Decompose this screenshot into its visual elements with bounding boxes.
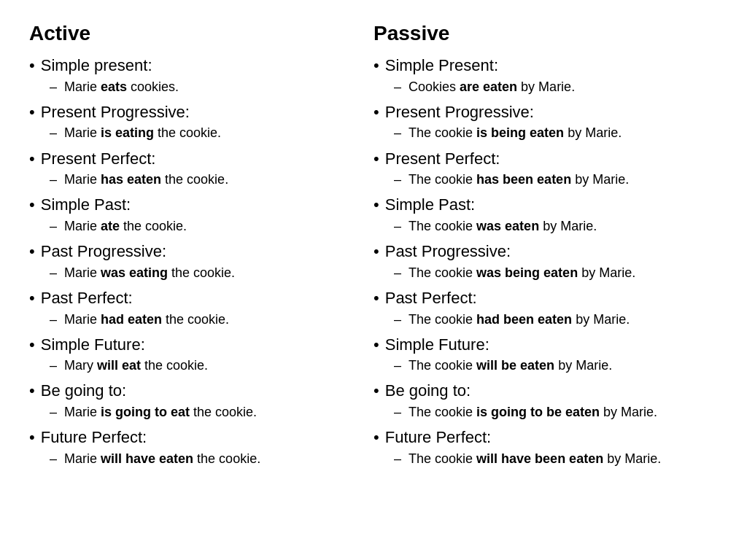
tense-header: •Simple Future: [29,335,359,356]
bullet-icon: • [374,102,379,123]
active-list: •Simple present:–Marie eats cookies.•Pre… [29,55,359,468]
tense-example: –Marie is eating the cookie. [29,124,359,142]
example-sentence: The cookie is going to be eaten by Marie… [409,403,657,421]
tense-example: –Marie eats cookies. [29,78,359,96]
active-tense-item: •Future Perfect:–Marie will have eaten t… [29,427,359,468]
passive-tense-item: •Present Perfect:–The cookie has been ea… [374,149,703,190]
tense-example: –Marie ate the cookie. [29,217,359,236]
tense-header: •Be going to: [374,381,703,402]
tense-name: Past Perfect: [41,288,133,309]
tense-name: Past Progressive: [385,241,511,262]
passive-tense-item: •Simple Future:–The cookie will be eaten… [374,335,703,376]
dash-icon: – [50,78,57,96]
active-column: Active •Simple present:–Marie eats cooki… [29,22,374,474]
example-sentence: The cookie was being eaten by Marie. [409,264,635,282]
example-sentence: Marie has eaten the cookie. [64,171,228,189]
example-sentence: Marie will have eaten the cookie. [64,450,260,468]
example-sentence: Marie was eating the cookie. [64,264,235,282]
passive-tense-item: •Simple Present:–Cookies are eaten by Ma… [374,55,703,96]
tense-header: •Simple present: [29,55,359,77]
example-sentence: The cookie will be eaten by Marie. [409,357,612,375]
tense-header: •Simple Future: [374,335,703,356]
dash-icon: – [394,264,401,282]
example-sentence: Marie is eating the cookie. [64,124,221,142]
example-sentence: Cookies are eaten by Marie. [409,78,575,96]
bullet-icon: • [374,55,379,77]
dash-icon: – [394,450,401,468]
tense-name: Simple present: [41,55,152,77]
tense-example: –Cookies are eaten by Marie. [374,78,703,96]
bullet-icon: • [374,241,379,262]
tense-header: •Past Perfect: [374,288,703,309]
bullet-icon: • [29,381,35,402]
dash-icon: – [50,403,57,421]
tense-header: •Present Progressive: [29,102,359,123]
active-tense-item: •Simple Past:–Marie ate the cookie. [29,195,359,236]
tense-header: •Present Perfect: [29,149,359,170]
example-sentence: The cookie will have been eaten by Marie… [409,450,661,468]
tense-name: Simple Present: [385,55,498,77]
passive-tense-item: •Past Progressive:–The cookie was being … [374,241,703,282]
dash-icon: – [50,217,57,236]
tense-header: •Simple Present: [374,55,703,77]
dash-icon: – [394,124,401,142]
active-tense-item: •Past Progressive:–Marie was eating the … [29,241,359,282]
tense-name: Present Progressive: [41,102,190,123]
bullet-icon: • [29,288,35,309]
tense-name: Past Perfect: [385,288,477,309]
passive-tense-item: •Simple Past:–The cookie was eaten by Ma… [374,195,703,236]
dash-icon: – [50,450,57,468]
tense-example: –The cookie was eaten by Marie. [374,217,703,236]
tense-name: Simple Past: [385,195,476,216]
example-sentence: Marie ate the cookie. [64,217,187,236]
bullet-icon: • [374,288,379,309]
tense-header: •Future Perfect: [374,427,703,448]
example-sentence: The cookie is being eaten by Marie. [409,124,622,142]
tense-example: –The cookie had been eaten by Marie. [374,311,703,329]
tense-name: Present Perfect: [41,149,156,170]
tense-name: Simple Past: [41,195,131,216]
example-sentence: Marie eats cookies. [64,78,179,96]
dash-icon: – [394,311,401,329]
tense-name: Be going to: [385,381,471,402]
main-content: Active •Simple present:–Marie eats cooki… [29,22,718,474]
tense-example: –The cookie will be eaten by Marie. [374,357,703,375]
tense-header: •Simple Past: [29,195,359,216]
example-sentence: The cookie had been eaten by Marie. [409,311,630,329]
dash-icon: – [394,403,401,421]
tense-name: Future Perfect: [41,427,147,448]
bullet-icon: • [374,149,379,170]
example-sentence: Marie is going to eat the cookie. [64,403,257,421]
tense-name: Present Perfect: [385,149,500,170]
bullet-icon: • [29,102,35,123]
tense-name: Simple Future: [41,335,145,356]
dash-icon: – [394,217,401,236]
tense-header: •Future Perfect: [29,427,359,448]
tense-example: –The cookie is being eaten by Marie. [374,124,703,142]
tense-example: –Marie was eating the cookie. [29,264,359,282]
active-tense-item: •Simple present:–Marie eats cookies. [29,55,359,96]
tense-example: –Marie has eaten the cookie. [29,171,359,189]
bullet-icon: • [374,335,379,356]
passive-list: •Simple Present:–Cookies are eaten by Ma… [374,55,703,468]
example-sentence: Mary will eat the cookie. [64,357,208,375]
tense-header: •Be going to: [29,381,359,402]
bullet-icon: • [29,149,35,170]
passive-title: Passive [374,22,703,45]
bullet-icon: • [374,195,379,216]
tense-name: Future Perfect: [385,427,492,448]
bullet-icon: • [29,241,35,262]
active-tense-item: •Past Perfect:–Marie had eaten the cooki… [29,288,359,329]
tense-header: •Simple Past: [374,195,703,216]
active-tense-item: •Present Perfect:–Marie has eaten the co… [29,149,359,190]
tense-name: Be going to: [41,381,126,402]
tense-example: –The cookie will have been eaten by Mari… [374,450,703,468]
tense-example: –The cookie is going to be eaten by Mari… [374,403,703,421]
dash-icon: – [394,171,401,189]
dash-icon: – [50,124,57,142]
dash-icon: – [394,78,401,96]
example-sentence: Marie had eaten the cookie. [64,311,229,329]
bullet-icon: • [29,427,35,448]
passive-tense-item: •Be going to:–The cookie is going to be … [374,381,703,421]
tense-example: –The cookie has been eaten by Marie. [374,171,703,189]
